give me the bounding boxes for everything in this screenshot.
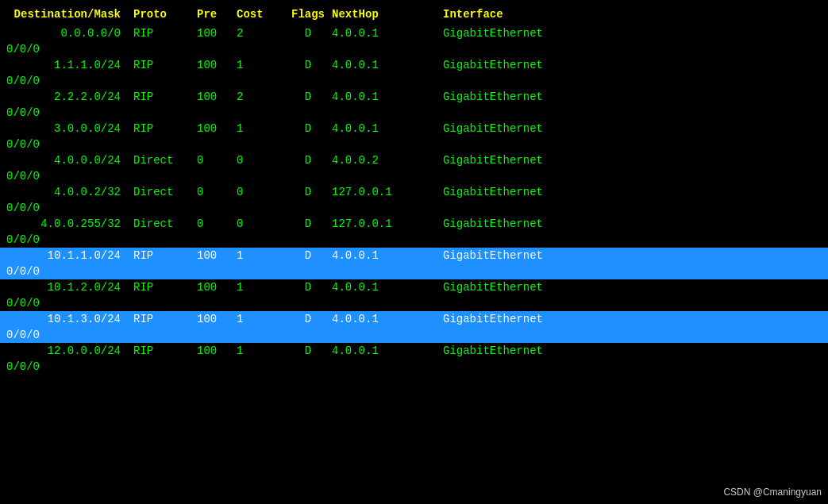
cell-flags: D	[284, 59, 332, 71]
cell-nexthop: 4.0.0.1	[332, 59, 443, 71]
cell-dest: 10.1.1.0/24	[6, 249, 133, 262]
cell-pre: 100	[197, 281, 237, 294]
cell-nexthop: 4.0.0.1	[332, 281, 443, 294]
cell-cont: 0/0/0	[6, 43, 86, 56]
cell-cost: 1	[237, 122, 284, 135]
cell-cost: 1	[237, 313, 284, 325]
cell-pre: 100	[197, 90, 237, 103]
cell-proto: Direct	[133, 154, 197, 167]
cell-nexthop: 127.0.0.1	[332, 186, 443, 198]
table-row: 4.0.0.255/32 Direct 0 0 D 127.0.0.1 Giga…	[0, 216, 828, 248]
cell-flags: D	[284, 186, 332, 198]
cell-iface: GigabitEthernet	[443, 344, 681, 357]
cell-iface: GigabitEthernet	[443, 59, 681, 71]
table-row: 3.0.0.0/24 RIP 100 1 D 4.0.0.1 GigabitEt…	[0, 121, 828, 152]
cell-flags: D	[284, 122, 332, 135]
cell-flags: D	[284, 281, 332, 294]
watermark-text: CSDN @Cmaningyuan	[723, 487, 822, 498]
table-row: 4.0.0.2/32 Direct 0 0 D 127.0.0.1 Gigabi…	[0, 184, 828, 216]
cell-dest: 4.0.0.255/32	[6, 217, 133, 230]
header-proto: Proto	[133, 8, 197, 21]
cell-iface: GigabitEthernet	[443, 27, 681, 40]
cell-cost: 1	[237, 281, 284, 294]
cell-proto: RIP	[133, 313, 197, 325]
cell-nexthop: 4.0.0.1	[332, 90, 443, 103]
header-pre: Pre	[197, 8, 237, 21]
cell-pre: 100	[197, 122, 237, 135]
cell-cost: 2	[237, 27, 284, 40]
cell-nexthop: 4.0.0.2	[332, 154, 443, 167]
table-body: 0.0.0.0/0 RIP 100 2 D 4.0.0.1 GigabitEth…	[0, 25, 828, 375]
cell-nexthop: 127.0.0.1	[332, 217, 443, 230]
table-row: 10.1.2.0/24 RIP 100 1 D 4.0.0.1 GigabitE…	[0, 279, 828, 311]
table-row: 1.1.1.0/24 RIP 100 1 D 4.0.0.1 GigabitEt…	[0, 57, 828, 89]
cell-iface: GigabitEthernet	[443, 186, 681, 198]
cell-cost: 2	[237, 90, 284, 103]
cell-dest: 4.0.0.2/32	[6, 186, 133, 198]
cell-cont: 0/0/0	[6, 170, 86, 183]
cell-iface: GigabitEthernet	[443, 154, 681, 167]
cell-nexthop: 4.0.0.1	[332, 344, 443, 357]
cell-iface: GigabitEthernet	[443, 249, 681, 262]
cell-proto: RIP	[133, 122, 197, 135]
cell-cost: 1	[237, 59, 284, 71]
header-nexthop: NextHop	[332, 8, 443, 21]
cell-cost: 1	[237, 249, 284, 262]
cell-proto: RIP	[133, 27, 197, 40]
cell-dest: 1.1.1.0/24	[6, 59, 133, 71]
cell-pre: 0	[197, 186, 237, 198]
cell-nexthop: 4.0.0.1	[332, 122, 443, 135]
cell-cont: 0/0/0	[6, 329, 86, 341]
cell-cont: 0/0/0	[6, 106, 86, 119]
cell-dest: 10.1.2.0/24	[6, 281, 133, 294]
cell-flags: D	[284, 217, 332, 230]
table-row: 12.0.0.0/24 RIP 100 1 D 4.0.0.1 GigabitE…	[0, 343, 828, 375]
cell-cont: 0/0/0	[6, 202, 86, 214]
cell-nexthop: 4.0.0.1	[332, 313, 443, 325]
cell-proto: Direct	[133, 217, 197, 230]
cell-iface: GigabitEthernet	[443, 217, 681, 230]
cell-proto: RIP	[133, 249, 197, 262]
cell-proto: Direct	[133, 186, 197, 198]
cell-dest: 2.2.2.0/24	[6, 90, 133, 103]
cell-flags: D	[284, 313, 332, 325]
cell-cont: 0/0/0	[6, 75, 86, 87]
cell-proto: RIP	[133, 281, 197, 294]
table-header: Destination/Mask Proto Pre Cost Flags Ne…	[0, 3, 828, 25]
cell-dest: 4.0.0.0/24	[6, 154, 133, 167]
cell-dest: 0.0.0.0/0	[6, 27, 133, 40]
cell-flags: D	[284, 27, 332, 40]
cell-flags: D	[284, 154, 332, 167]
table-row: 2.2.2.0/24 RIP 100 2 D 4.0.0.1 GigabitEt…	[0, 89, 828, 121]
cell-nexthop: 4.0.0.1	[332, 249, 443, 262]
cell-pre: 0	[197, 217, 237, 230]
cell-cost: 0	[237, 186, 284, 198]
cell-dest: 10.1.3.0/24	[6, 313, 133, 325]
cell-proto: RIP	[133, 59, 197, 71]
table-row: 10.1.1.0/24 RIP 100 1 D 4.0.0.1 GigabitE…	[0, 248, 828, 279]
cell-nexthop: 4.0.0.1	[332, 27, 443, 40]
cell-iface: GigabitEthernet	[443, 122, 681, 135]
cell-pre: 100	[197, 27, 237, 40]
header-iface: Interface	[443, 8, 681, 21]
header-cost: Cost	[237, 8, 284, 21]
cell-flags: D	[284, 249, 332, 262]
table-row: 10.1.3.0/24 RIP 100 1 D 4.0.0.1 GigabitE…	[0, 311, 828, 343]
cell-cont: 0/0/0	[6, 138, 86, 151]
routing-table: Destination/Mask Proto Pre Cost Flags Ne…	[0, 0, 828, 504]
header-dest: Destination/Mask	[6, 8, 133, 21]
table-row: 0.0.0.0/0 RIP 100 2 D 4.0.0.1 GigabitEth…	[0, 25, 828, 57]
cell-pre: 100	[197, 59, 237, 71]
cell-pre: 0	[197, 154, 237, 167]
cell-pre: 100	[197, 344, 237, 357]
cell-cost: 0	[237, 154, 284, 167]
cell-proto: RIP	[133, 90, 197, 103]
cell-cont: 0/0/0	[6, 233, 86, 246]
cell-cost: 1	[237, 344, 284, 357]
cell-dest: 12.0.0.0/24	[6, 344, 133, 357]
cell-iface: GigabitEthernet	[443, 281, 681, 294]
cell-iface: GigabitEthernet	[443, 313, 681, 325]
cell-flags: D	[284, 344, 332, 357]
cell-cont: 0/0/0	[6, 297, 86, 310]
cell-iface: GigabitEthernet	[443, 90, 681, 103]
